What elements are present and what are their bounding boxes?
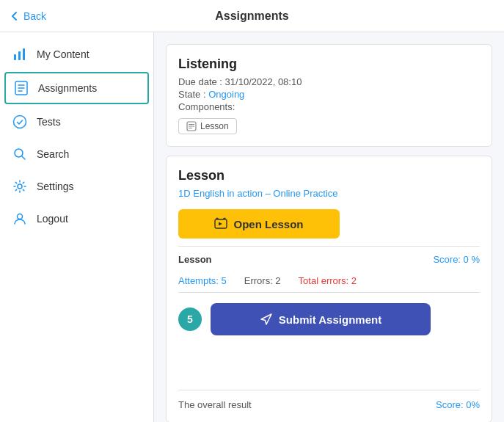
sidebar-item-tests[interactable]: Tests [0, 106, 153, 138]
sidebar-item-settings[interactable]: Settings [0, 170, 153, 203]
app-header: Back Assignments [0, 0, 504, 32]
svg-point-7 [18, 214, 23, 219]
listening-title: Listening [178, 57, 480, 72]
overall-label: The overall result [178, 399, 252, 410]
open-lesson-label: Open Lesson [233, 218, 303, 230]
errors-label: Errors: 2 [244, 275, 281, 286]
page-title: Assignments [215, 10, 288, 23]
submit-assignment-button[interactable]: Submit Assignment [211, 303, 431, 335]
open-lesson-button[interactable]: Open Lesson [178, 209, 340, 239]
back-label: Back [23, 10, 46, 22]
sidebar-label-logout: Logout [37, 213, 68, 225]
search-icon [12, 146, 28, 162]
svg-rect-1 [18, 51, 21, 60]
back-icon [9, 10, 21, 22]
submit-row: 5 Submit Assignment [178, 293, 480, 346]
score-row: Lesson Score: 0 % [178, 246, 480, 269]
listening-card: Listening Due date : 31/10/2022, 08:10 S… [166, 44, 492, 147]
overall-score: Score: 0% [436, 399, 480, 410]
sidebar-label-search: Search [37, 148, 69, 160]
sidebar: My Content Assignments Tests [0, 32, 154, 422]
check-circle-icon [12, 114, 28, 130]
badge-number: 5 [178, 308, 202, 331]
open-lesson-icon [214, 217, 227, 230]
state-label: State : [178, 89, 208, 100]
bar-chart-icon [12, 46, 28, 62]
components-label: Components: [178, 101, 480, 112]
gear-icon [12, 178, 28, 194]
state-row: State : Ongoing [178, 89, 480, 100]
sidebar-item-logout[interactable]: Logout [0, 203, 153, 235]
lesson-badge-icon [186, 121, 197, 131]
attempts-label: Attempts: 5 [178, 275, 227, 286]
due-date: Due date : 31/10/2022, 08:10 [178, 76, 480, 87]
overall-row: The overall result Score: 0% [178, 390, 480, 410]
svg-point-4 [14, 116, 26, 128]
svg-rect-0 [14, 54, 16, 60]
person-icon [12, 211, 28, 227]
main-content: Listening Due date : 31/10/2022, 08:10 S… [154, 32, 504, 422]
sidebar-item-search[interactable]: Search [0, 138, 153, 170]
lesson-badge-label: Lesson [200, 121, 229, 131]
lesson-card: Lesson 1D English in action – Online Pra… [166, 156, 492, 422]
submit-icon [260, 313, 273, 326]
attempts-row: Attempts: 5 Errors: 2 Total errors: 2 [178, 269, 480, 293]
sidebar-item-assignments[interactable]: Assignments [4, 72, 149, 104]
submit-button-label: Submit Assignment [279, 313, 381, 326]
sidebar-label-settings: Settings [37, 181, 74, 192]
sidebar-item-my-content[interactable]: My Content [0, 38, 153, 70]
lesson-subtitle: 1D English in action – Online Practice [178, 188, 480, 199]
spacer [178, 346, 480, 375]
lesson-score-label: Lesson [178, 254, 212, 265]
sidebar-label-tests: Tests [37, 116, 61, 128]
lesson-title: Lesson [178, 168, 480, 183]
total-errors-label: Total errors: 2 [299, 275, 357, 286]
svg-point-5 [15, 149, 23, 157]
state-value: Ongoing [208, 89, 244, 100]
sidebar-label-my-content: My Content [37, 48, 90, 60]
sidebar-label-assignments: Assignments [38, 82, 97, 94]
document-icon [13, 80, 29, 96]
svg-rect-2 [23, 48, 25, 60]
main-layout: My Content Assignments Tests [0, 32, 504, 422]
back-button[interactable]: Back [9, 10, 46, 22]
lesson-badge: Lesson [178, 118, 237, 134]
svg-point-6 [18, 184, 22, 189]
lesson-score-value: Score: 0 % [433, 254, 480, 265]
